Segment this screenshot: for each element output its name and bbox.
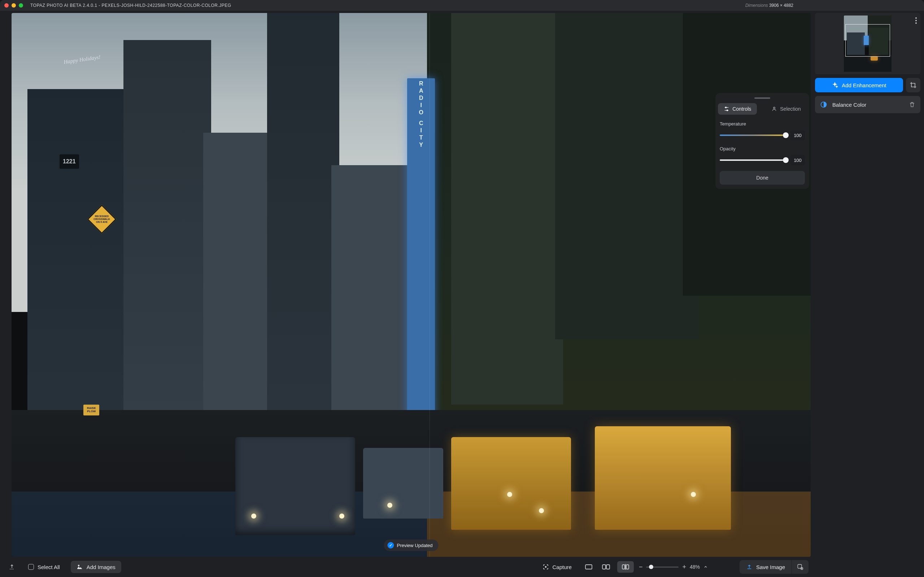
svg-rect-10: [622, 565, 625, 569]
canvas-zone: RADIOCITY Happy Holidays! 1221 RECESSEDC…: [0, 11, 813, 577]
view-split-button[interactable]: [617, 561, 634, 573]
svg-rect-8: [603, 565, 606, 569]
minimize-window-button[interactable]: [11, 3, 16, 8]
svg-point-5: [78, 565, 79, 566]
temperature-slider-row: Temperature 100: [720, 121, 805, 140]
zoom-controls: − + 48%: [639, 563, 708, 571]
check-icon: ✓: [388, 542, 394, 548]
image-icon: [76, 564, 83, 570]
opacity-slider[interactable]: [720, 160, 786, 161]
dimensions-label: Dimensions: [745, 3, 768, 8]
delete-enhancement-button[interactable]: [909, 102, 915, 108]
canvas-container: RADIOCITY Happy Holidays! 1221 RECESSEDC…: [0, 11, 813, 557]
preview-updated-label: Preview Updated: [397, 543, 433, 548]
svg-rect-9: [606, 565, 610, 569]
crop-button[interactable]: [906, 78, 921, 92]
sliders-icon: [724, 106, 729, 112]
preview-image[interactable]: RADIOCITY Happy Holidays! 1221 RECESSEDC…: [11, 13, 811, 557]
enhancement-actions: Add Enhancement: [815, 78, 921, 92]
done-button[interactable]: Done: [720, 171, 805, 185]
capture-icon: [543, 564, 549, 570]
upload-icon: [746, 564, 753, 570]
image-dimensions: Dimensions 3906 × 4882: [745, 3, 793, 8]
main-body: RADIOCITY Happy Holidays! 1221 RECESSEDC…: [0, 11, 924, 577]
close-window-button[interactable]: [4, 3, 9, 8]
window-controls: [4, 3, 23, 8]
zoom-menu-chevron[interactable]: [703, 565, 708, 569]
zoom-in-button[interactable]: +: [682, 563, 686, 571]
temperature-value[interactable]: 100: [790, 130, 805, 140]
temperature-label: Temperature: [720, 121, 805, 127]
zoom-percentage: 48%: [690, 564, 700, 570]
side-by-side-icon: [602, 564, 610, 570]
thumbnail-image[interactable]: [844, 16, 892, 72]
enhancement-item-balance-color[interactable]: Balance Color: [815, 96, 921, 113]
temperature-thumb[interactable]: [783, 132, 789, 138]
trash-icon: [909, 102, 915, 108]
svg-point-6: [545, 567, 546, 567]
view-single-button[interactable]: [583, 562, 595, 572]
enhancement-label: Balance Color: [832, 102, 866, 108]
crop-icon: [909, 82, 917, 89]
select-all-checkbox[interactable]: Select All: [23, 561, 66, 573]
thumbnail-menu-button[interactable]: [915, 17, 917, 24]
tab-selection[interactable]: Selection: [766, 103, 807, 115]
panel-tabs: Controls Selection: [720, 103, 805, 115]
zoom-out-button[interactable]: −: [639, 563, 643, 571]
save-image-group: Save Image: [740, 560, 809, 574]
split-divider[interactable]: [430, 13, 430, 557]
save-image-button[interactable]: Save Image: [740, 560, 792, 574]
single-view-icon: [585, 564, 593, 570]
add-enhancement-button[interactable]: Add Enhancement: [815, 78, 903, 92]
opacity-thumb[interactable]: [783, 157, 789, 163]
upload-icon: [9, 564, 15, 570]
checkbox-icon: [28, 564, 34, 570]
opacity-value[interactable]: 100: [790, 155, 805, 165]
add-images-button[interactable]: Add Images: [71, 561, 121, 573]
tab-controls[interactable]: Controls: [718, 103, 757, 115]
sparkle-icon: [832, 82, 838, 89]
controls-panel[interactable]: Controls Selection Temperature 100: [716, 93, 809, 189]
drag-handle[interactable]: [754, 97, 770, 99]
opacity-label: Opacity: [720, 146, 805, 152]
plow-sign: RAISEPLOW: [83, 405, 99, 416]
chevron-up-icon: [703, 565, 708, 569]
svg-rect-7: [585, 565, 592, 569]
save-options-icon: [797, 564, 803, 570]
temperature-slider[interactable]: [720, 134, 786, 136]
opacity-slider-row: Opacity 100: [720, 146, 805, 165]
preview-updated-toast: ✓ Preview Updated: [384, 540, 439, 551]
thumbnail-navigator[interactable]: [815, 13, 921, 74]
person-icon: [771, 106, 777, 112]
radio-city-sign: RADIOCITY: [407, 78, 435, 421]
balance-color-icon: [820, 101, 827, 108]
view-side-by-side-button[interactable]: [600, 562, 612, 572]
zoom-slider[interactable]: [646, 567, 678, 567]
app-window: TOPAZ PHOTO AI BETA 2.4.0.1 - PEXELS-JOS…: [0, 0, 924, 577]
svg-point-3: [727, 110, 728, 111]
viewport-frame[interactable]: [845, 24, 890, 56]
split-view-icon: [622, 564, 630, 570]
bottom-toolbar: Select All Add Images Capture: [0, 557, 813, 577]
svg-point-1: [725, 107, 726, 108]
svg-point-4: [774, 107, 775, 109]
right-sidebar: Add Enhancement Balance Color: [813, 11, 924, 577]
zoom-thumb[interactable]: [649, 565, 653, 569]
export-icon-button[interactable]: [6, 561, 17, 572]
building-number-banner: 1221: [60, 154, 79, 169]
dimensions-value: 3906 × 4882: [769, 3, 793, 8]
window-title: TOPAZ PHOTO AI BETA 2.4.0.1 - PEXELS-JOS…: [30, 3, 745, 8]
titlebar: TOPAZ PHOTO AI BETA 2.4.0.1 - PEXELS-JOS…: [0, 0, 924, 11]
maximize-window-button[interactable]: [19, 3, 23, 8]
svg-rect-11: [626, 565, 629, 569]
capture-button[interactable]: Capture: [537, 561, 577, 573]
save-options-button[interactable]: [792, 560, 809, 574]
